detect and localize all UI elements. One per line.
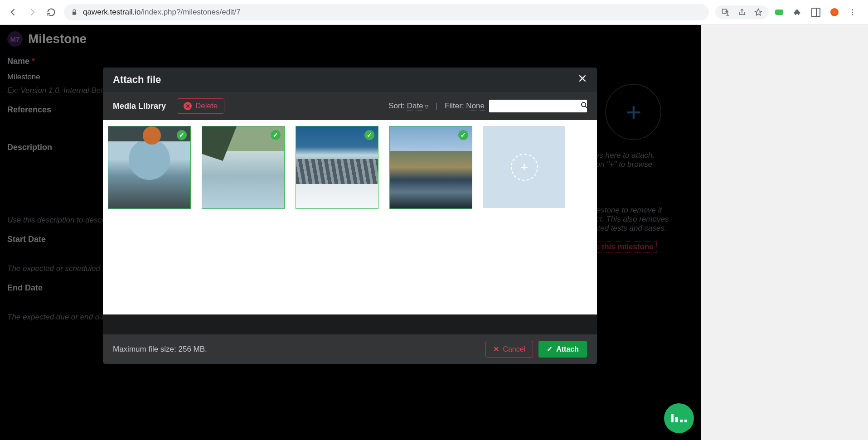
divider: | <box>436 102 437 111</box>
close-icon <box>578 74 587 83</box>
back-button[interactable] <box>7 6 19 19</box>
selected-check-icon: ✓ <box>364 130 374 140</box>
delete-x-icon: ✕ <box>184 102 192 110</box>
delete-button-label: Delete <box>195 102 218 111</box>
help-fab[interactable] <box>664 403 694 433</box>
svg-point-3 <box>852 14 853 15</box>
delete-button[interactable]: ✕ Delete <box>177 98 224 114</box>
close-button[interactable] <box>578 74 587 86</box>
modal-title: Attach file <box>113 74 161 86</box>
check-icon: ✓ <box>547 345 553 353</box>
media-grid: ✓ ✓ ✓ ✓ + <box>103 120 597 314</box>
lock-icon <box>71 9 78 15</box>
reload-button[interactable] <box>45 6 58 19</box>
media-thumb-3[interactable]: ✓ <box>296 126 378 209</box>
extension-1-icon[interactable] <box>775 10 783 15</box>
extensions-icon[interactable] <box>793 8 801 16</box>
media-library-label: Media Library <box>113 102 166 111</box>
extension-area <box>775 8 857 17</box>
modal-footer: Maximum file size: 256 MB. ✕ Cancel ✓ At… <box>103 334 597 364</box>
star-icon[interactable] <box>754 8 762 16</box>
selected-check-icon: ✓ <box>271 130 281 140</box>
url-text: qawerk.testrail.io/index.php?/milestones… <box>83 8 241 17</box>
address-bar[interactable]: qawerk.testrail.io/index.php?/milestones… <box>64 4 709 20</box>
sidepanel-icon[interactable] <box>811 8 820 17</box>
svg-point-4 <box>582 102 586 106</box>
svg-point-1 <box>852 9 853 10</box>
modal-gap <box>103 314 597 334</box>
menu-icon[interactable] <box>849 8 857 16</box>
max-filesize-note: Maximum file size: 256 MB. <box>113 345 207 354</box>
browser-toolbar: qawerk.testrail.io/index.php?/milestones… <box>0 0 868 25</box>
modal-header: Attach file <box>103 68 597 92</box>
media-thumb-2[interactable]: ✓ <box>202 126 285 209</box>
media-thumb-4[interactable]: ✓ <box>389 126 472 209</box>
search-box[interactable] <box>489 100 587 112</box>
translate-icon[interactable] <box>722 8 730 16</box>
svg-point-2 <box>852 12 853 13</box>
upload-tile[interactable]: + <box>483 126 565 208</box>
selected-check-icon: ✓ <box>458 130 468 140</box>
help-fab-icon <box>671 414 687 422</box>
share-icon[interactable] <box>738 8 746 16</box>
cancel-button[interactable]: ✕ Cancel <box>485 341 533 358</box>
cancel-button-label: Cancel <box>503 345 525 353</box>
sort-control[interactable]: Sort: Date▽ <box>388 102 428 111</box>
search-input[interactable] <box>493 102 581 111</box>
search-icon <box>581 102 588 111</box>
x-icon: ✕ <box>493 345 499 353</box>
profile-icon[interactable] <box>830 8 839 16</box>
attach-file-modal: Attach file Media Library ✕ Delete Sort:… <box>103 68 597 364</box>
chevron-down-icon: ▽ <box>425 104 428 109</box>
attach-button[interactable]: ✓ Attach <box>538 341 587 358</box>
address-actions <box>715 5 769 19</box>
forward-button[interactable] <box>26 6 39 19</box>
modal-toolbar: Media Library ✕ Delete Sort: Date▽ | Fil… <box>103 92 597 120</box>
attach-button-label: Attach <box>556 345 579 353</box>
selected-check-icon: ✓ <box>177 130 187 140</box>
filter-control[interactable]: Filter: None <box>445 102 485 111</box>
plus-icon: + <box>511 154 538 181</box>
page: M7 Milestone Name * Ex: Version 1.0, Int… <box>0 25 701 440</box>
media-thumb-1[interactable]: ✓ <box>108 126 191 209</box>
